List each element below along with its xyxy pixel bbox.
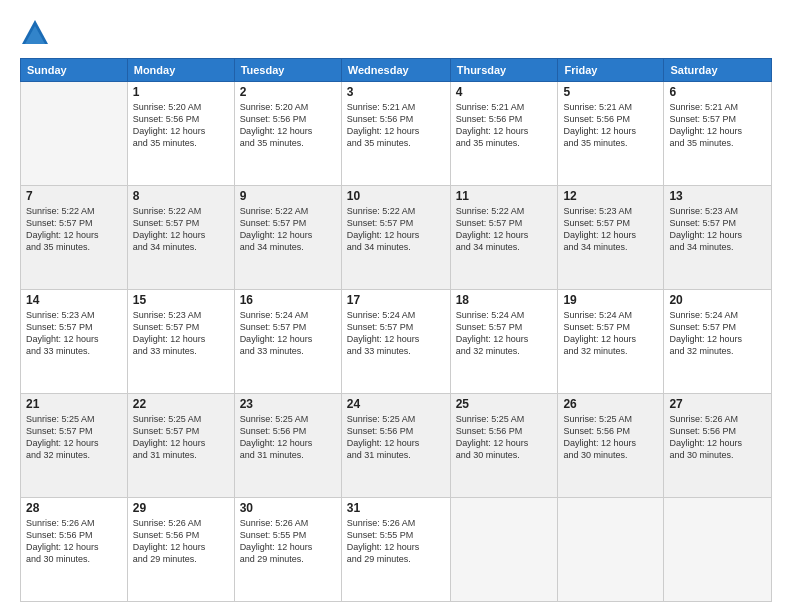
day-number: 29 (133, 501, 229, 515)
calendar-week-5: 28Sunrise: 5:26 AM Sunset: 5:56 PM Dayli… (21, 498, 772, 602)
calendar-week-2: 7Sunrise: 5:22 AM Sunset: 5:57 PM Daylig… (21, 186, 772, 290)
header (20, 18, 772, 48)
day-info: Sunrise: 5:22 AM Sunset: 5:57 PM Dayligh… (456, 205, 553, 254)
calendar-header-row: SundayMondayTuesdayWednesdayThursdayFrid… (21, 59, 772, 82)
logo (20, 18, 54, 48)
day-number: 31 (347, 501, 445, 515)
calendar-cell: 4Sunrise: 5:21 AM Sunset: 5:56 PM Daylig… (450, 82, 558, 186)
day-number: 2 (240, 85, 336, 99)
calendar-cell: 6Sunrise: 5:21 AM Sunset: 5:57 PM Daylig… (664, 82, 772, 186)
calendar-cell: 9Sunrise: 5:22 AM Sunset: 5:57 PM Daylig… (234, 186, 341, 290)
calendar-cell: 28Sunrise: 5:26 AM Sunset: 5:56 PM Dayli… (21, 498, 128, 602)
calendar-header-monday: Monday (127, 59, 234, 82)
calendar-cell: 15Sunrise: 5:23 AM Sunset: 5:57 PM Dayli… (127, 290, 234, 394)
day-info: Sunrise: 5:21 AM Sunset: 5:56 PM Dayligh… (456, 101, 553, 150)
calendar-cell: 26Sunrise: 5:25 AM Sunset: 5:56 PM Dayli… (558, 394, 664, 498)
day-info: Sunrise: 5:25 AM Sunset: 5:56 PM Dayligh… (563, 413, 658, 462)
calendar-cell: 1Sunrise: 5:20 AM Sunset: 5:56 PM Daylig… (127, 82, 234, 186)
day-info: Sunrise: 5:22 AM Sunset: 5:57 PM Dayligh… (26, 205, 122, 254)
calendar-cell: 5Sunrise: 5:21 AM Sunset: 5:56 PM Daylig… (558, 82, 664, 186)
day-number: 13 (669, 189, 766, 203)
calendar-cell: 14Sunrise: 5:23 AM Sunset: 5:57 PM Dayli… (21, 290, 128, 394)
day-info: Sunrise: 5:24 AM Sunset: 5:57 PM Dayligh… (669, 309, 766, 358)
day-number: 7 (26, 189, 122, 203)
calendar-cell: 7Sunrise: 5:22 AM Sunset: 5:57 PM Daylig… (21, 186, 128, 290)
day-info: Sunrise: 5:23 AM Sunset: 5:57 PM Dayligh… (563, 205, 658, 254)
day-info: Sunrise: 5:21 AM Sunset: 5:56 PM Dayligh… (347, 101, 445, 150)
day-info: Sunrise: 5:24 AM Sunset: 5:57 PM Dayligh… (347, 309, 445, 358)
calendar-cell: 17Sunrise: 5:24 AM Sunset: 5:57 PM Dayli… (341, 290, 450, 394)
day-number: 30 (240, 501, 336, 515)
day-number: 27 (669, 397, 766, 411)
day-number: 18 (456, 293, 553, 307)
day-info: Sunrise: 5:23 AM Sunset: 5:57 PM Dayligh… (133, 309, 229, 358)
day-info: Sunrise: 5:24 AM Sunset: 5:57 PM Dayligh… (456, 309, 553, 358)
day-number: 15 (133, 293, 229, 307)
day-number: 25 (456, 397, 553, 411)
calendar-cell: 24Sunrise: 5:25 AM Sunset: 5:56 PM Dayli… (341, 394, 450, 498)
calendar-week-4: 21Sunrise: 5:25 AM Sunset: 5:57 PM Dayli… (21, 394, 772, 498)
day-number: 9 (240, 189, 336, 203)
calendar-header-thursday: Thursday (450, 59, 558, 82)
day-number: 12 (563, 189, 658, 203)
calendar-cell: 19Sunrise: 5:24 AM Sunset: 5:57 PM Dayli… (558, 290, 664, 394)
calendar-cell: 31Sunrise: 5:26 AM Sunset: 5:55 PM Dayli… (341, 498, 450, 602)
day-number: 23 (240, 397, 336, 411)
calendar-header-tuesday: Tuesday (234, 59, 341, 82)
day-number: 8 (133, 189, 229, 203)
calendar-cell: 25Sunrise: 5:25 AM Sunset: 5:56 PM Dayli… (450, 394, 558, 498)
calendar-table: SundayMondayTuesdayWednesdayThursdayFrid… (20, 58, 772, 602)
day-info: Sunrise: 5:22 AM Sunset: 5:57 PM Dayligh… (347, 205, 445, 254)
day-number: 26 (563, 397, 658, 411)
day-info: Sunrise: 5:26 AM Sunset: 5:56 PM Dayligh… (26, 517, 122, 566)
calendar-cell: 20Sunrise: 5:24 AM Sunset: 5:57 PM Dayli… (664, 290, 772, 394)
day-info: Sunrise: 5:26 AM Sunset: 5:56 PM Dayligh… (669, 413, 766, 462)
day-number: 16 (240, 293, 336, 307)
calendar-cell: 23Sunrise: 5:25 AM Sunset: 5:56 PM Dayli… (234, 394, 341, 498)
calendar-cell: 21Sunrise: 5:25 AM Sunset: 5:57 PM Dayli… (21, 394, 128, 498)
day-info: Sunrise: 5:25 AM Sunset: 5:56 PM Dayligh… (347, 413, 445, 462)
day-info: Sunrise: 5:21 AM Sunset: 5:56 PM Dayligh… (563, 101, 658, 150)
day-number: 3 (347, 85, 445, 99)
calendar-header-wednesday: Wednesday (341, 59, 450, 82)
day-number: 19 (563, 293, 658, 307)
calendar-cell (664, 498, 772, 602)
calendar-cell: 3Sunrise: 5:21 AM Sunset: 5:56 PM Daylig… (341, 82, 450, 186)
day-info: Sunrise: 5:20 AM Sunset: 5:56 PM Dayligh… (133, 101, 229, 150)
calendar-week-3: 14Sunrise: 5:23 AM Sunset: 5:57 PM Dayli… (21, 290, 772, 394)
page: SundayMondayTuesdayWednesdayThursdayFrid… (0, 0, 792, 612)
day-info: Sunrise: 5:23 AM Sunset: 5:57 PM Dayligh… (26, 309, 122, 358)
calendar-cell: 11Sunrise: 5:22 AM Sunset: 5:57 PM Dayli… (450, 186, 558, 290)
calendar-cell (450, 498, 558, 602)
calendar-cell: 8Sunrise: 5:22 AM Sunset: 5:57 PM Daylig… (127, 186, 234, 290)
calendar-cell: 22Sunrise: 5:25 AM Sunset: 5:57 PM Dayli… (127, 394, 234, 498)
day-info: Sunrise: 5:25 AM Sunset: 5:57 PM Dayligh… (26, 413, 122, 462)
day-number: 11 (456, 189, 553, 203)
day-info: Sunrise: 5:22 AM Sunset: 5:57 PM Dayligh… (133, 205, 229, 254)
calendar-cell: 2Sunrise: 5:20 AM Sunset: 5:56 PM Daylig… (234, 82, 341, 186)
day-info: Sunrise: 5:26 AM Sunset: 5:55 PM Dayligh… (347, 517, 445, 566)
day-info: Sunrise: 5:25 AM Sunset: 5:56 PM Dayligh… (456, 413, 553, 462)
day-info: Sunrise: 5:25 AM Sunset: 5:56 PM Dayligh… (240, 413, 336, 462)
day-number: 5 (563, 85, 658, 99)
day-number: 20 (669, 293, 766, 307)
day-info: Sunrise: 5:24 AM Sunset: 5:57 PM Dayligh… (240, 309, 336, 358)
day-info: Sunrise: 5:21 AM Sunset: 5:57 PM Dayligh… (669, 101, 766, 150)
calendar-header-friday: Friday (558, 59, 664, 82)
day-number: 28 (26, 501, 122, 515)
day-number: 17 (347, 293, 445, 307)
calendar-cell (558, 498, 664, 602)
day-number: 1 (133, 85, 229, 99)
calendar-cell: 10Sunrise: 5:22 AM Sunset: 5:57 PM Dayli… (341, 186, 450, 290)
day-info: Sunrise: 5:22 AM Sunset: 5:57 PM Dayligh… (240, 205, 336, 254)
calendar-cell: 27Sunrise: 5:26 AM Sunset: 5:56 PM Dayli… (664, 394, 772, 498)
logo-icon (20, 18, 50, 48)
calendar-cell (21, 82, 128, 186)
calendar-cell: 12Sunrise: 5:23 AM Sunset: 5:57 PM Dayli… (558, 186, 664, 290)
calendar-cell: 18Sunrise: 5:24 AM Sunset: 5:57 PM Dayli… (450, 290, 558, 394)
calendar-week-1: 1Sunrise: 5:20 AM Sunset: 5:56 PM Daylig… (21, 82, 772, 186)
day-number: 22 (133, 397, 229, 411)
day-info: Sunrise: 5:26 AM Sunset: 5:56 PM Dayligh… (133, 517, 229, 566)
calendar-header-sunday: Sunday (21, 59, 128, 82)
day-info: Sunrise: 5:25 AM Sunset: 5:57 PM Dayligh… (133, 413, 229, 462)
